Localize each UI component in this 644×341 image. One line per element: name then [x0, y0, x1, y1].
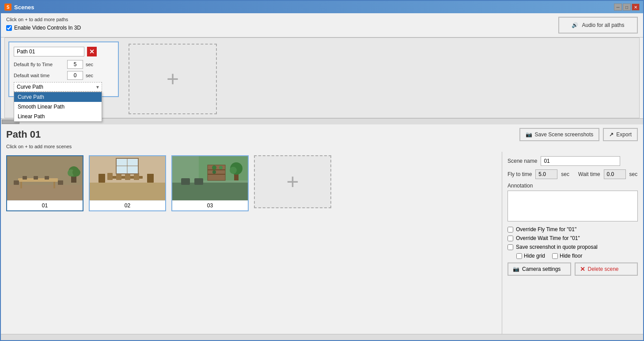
wait-sec-label: sec — [629, 171, 638, 177]
svg-point-15 — [68, 169, 75, 176]
dropdown-option-smooth-linear[interactable]: Smooth Linear Path — [14, 102, 102, 112]
svg-rect-2 — [7, 156, 83, 200]
scene-name-label: Scene name — [508, 158, 537, 164]
svg-rect-3 — [7, 183, 83, 200]
bottom-buttons: 📷 Camera settings ✕ Delete scene — [508, 262, 638, 276]
scene-name-input-01[interactable] — [7, 200, 83, 210]
dropdown-option-linear-path[interactable]: Linear Path — [14, 112, 102, 121]
svg-rect-27 — [116, 158, 138, 174]
path-type-dropdown[interactable]: Curve Path ▼ — [14, 82, 102, 92]
bottom-header: Path 01 📷 Save Scene screenshots ↗ Expor… — [1, 124, 643, 143]
svg-rect-8 — [14, 180, 19, 185]
path-name-input[interactable] — [14, 47, 84, 56]
header-actions: 📷 Save Scene screenshots ↗ Export — [519, 128, 638, 141]
title-bar: S Scenes ─ □ ✕ — [1, 1, 643, 13]
scene-name-row: Scene name — [508, 156, 638, 166]
add-path-button[interactable]: + — [129, 44, 217, 114]
fly-time-value[interactable] — [535, 169, 557, 179]
fly-time-input[interactable] — [67, 60, 83, 69]
path-header: ✕ — [14, 47, 114, 56]
svg-rect-20 — [112, 176, 143, 179]
scene-name-input-02[interactable] — [90, 200, 165, 210]
svg-rect-7 — [53, 182, 55, 188]
export-button[interactable]: ↗ Export — [603, 128, 638, 141]
svg-rect-41 — [234, 172, 239, 180]
camera-icon: 📷 — [513, 266, 519, 272]
svg-rect-34 — [199, 156, 248, 180]
save-screenshot-checkbox[interactable] — [508, 244, 513, 250]
close-button[interactable]: ✕ — [632, 4, 640, 11]
title-buttons: ─ □ ✕ — [614, 4, 640, 11]
svg-point-43 — [230, 167, 237, 174]
scene-card-03[interactable] — [171, 155, 249, 211]
wait-time-label: Wait time — [578, 171, 600, 177]
svg-rect-22 — [107, 173, 113, 180]
svg-rect-32 — [172, 156, 248, 183]
wait-time-value[interactable] — [604, 169, 626, 179]
main-window: S Scenes ─ □ ✕ Click on + to add more pa… — [0, 0, 644, 341]
scene-card-02[interactable] — [89, 155, 166, 211]
svg-rect-24 — [125, 173, 130, 180]
override-fly-checkbox[interactable] — [508, 227, 513, 232]
wait-time-input[interactable] — [67, 71, 83, 80]
path-title: Path 01 — [6, 129, 41, 140]
add-path-plus-icon: + — [167, 68, 179, 90]
video-controls-checkbox[interactable] — [6, 25, 12, 31]
delete-scene-button[interactable]: ✕ Delete scene — [575, 262, 638, 276]
svg-rect-5 — [18, 178, 58, 182]
app-icon: S — [4, 4, 11, 11]
save-screenshot-row: Save screenshot in quote proposal — [508, 244, 638, 250]
svg-rect-26 — [147, 174, 154, 183]
svg-rect-25 — [134, 173, 139, 180]
audio-btn-label: Audio for all paths — [582, 22, 624, 28]
minimize-button[interactable]: ─ — [614, 4, 622, 11]
override-fly-row: Override Fly Time for "01" — [508, 226, 638, 232]
annotation-textarea[interactable] — [508, 191, 638, 221]
svg-text:S: S — [7, 5, 10, 10]
dropdown-selected-value: Curve Path — [17, 84, 43, 90]
scene-name-input-03[interactable] — [172, 200, 248, 210]
override-wait-checkbox[interactable] — [508, 236, 513, 241]
paths-area: ✕ Default fly to Time sec Default wait t… — [4, 37, 640, 118]
wait-time-label: Default wait time — [14, 73, 64, 78]
svg-rect-17 — [90, 156, 165, 200]
title-bar-left: S Scenes — [4, 4, 34, 11]
add-paths-hint: Click on + to add more paths — [6, 17, 81, 22]
svg-rect-37 — [208, 174, 225, 175]
add-scene-hint: Click on + to add more scenes — [1, 143, 643, 152]
svg-rect-9 — [58, 180, 63, 185]
svg-rect-35 — [208, 165, 225, 180]
annotation-label: Annotation — [508, 183, 638, 189]
add-scene-button[interactable]: + — [254, 155, 331, 208]
camera-settings-label: Camera settings — [522, 266, 561, 272]
svg-rect-6 — [20, 182, 22, 188]
svg-point-16 — [72, 169, 80, 176]
hide-floor-container: Hide floor — [552, 253, 582, 259]
override-wait-label: Override Wait Time for "01" — [516, 235, 580, 241]
hide-grid-container: Hide grid — [516, 253, 545, 259]
override-wait-row: Override Wait Time for "01" — [508, 235, 638, 241]
path-type-dropdown-container: Curve Path ▼ Curve Path Smooth Linear Pa… — [14, 82, 114, 92]
fly-time-label: Default fly to Time — [14, 62, 64, 67]
save-scene-screenshots-button[interactable]: 📷 Save Scene screenshots — [519, 128, 600, 141]
dropdown-option-curve-path[interactable]: Curve Path — [14, 92, 102, 102]
camera-settings-button[interactable]: 📷 Camera settings — [508, 262, 571, 276]
maximize-button[interactable]: □ — [623, 4, 631, 11]
fly-time-row: Default fly to Time sec — [14, 60, 114, 69]
scene-card-01[interactable] — [6, 155, 83, 211]
scene-thumbnail-03 — [172, 156, 248, 200]
speaker-icon: 🔊 — [572, 22, 578, 28]
delete-icon: ✕ — [89, 48, 95, 55]
hide-floor-checkbox[interactable] — [552, 253, 558, 259]
delete-scene-label: Delete scene — [588, 266, 619, 272]
hide-grid-checkbox[interactable] — [516, 253, 522, 259]
svg-rect-19 — [90, 156, 165, 183]
video-controls-row: Enable Video Controls In 3D — [6, 25, 81, 31]
delete-path-button[interactable]: ✕ — [87, 47, 97, 56]
scenes-scroll-track[interactable] — [1, 334, 643, 340]
scene-name-input[interactable] — [541, 156, 620, 166]
svg-rect-10 — [23, 176, 27, 180]
svg-rect-31 — [172, 180, 248, 200]
svg-point-14 — [68, 166, 79, 177]
audio-for-all-paths-button[interactable]: 🔊 Audio for all paths — [558, 17, 638, 34]
